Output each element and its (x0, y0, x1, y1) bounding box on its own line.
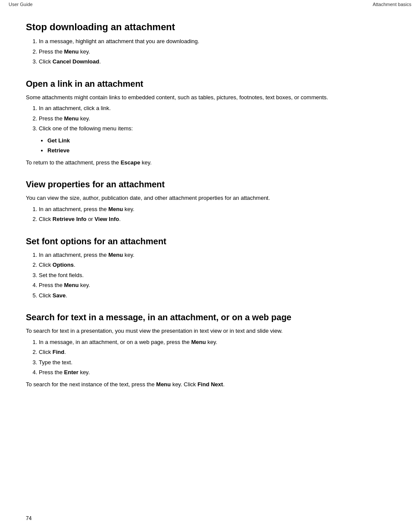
steps-search-text: In a message, in an attachment, or on a … (39, 338, 394, 377)
bold-text: Find (53, 349, 64, 355)
outro-search-text: To search for the next instance of the t… (26, 380, 394, 389)
bold-text: Menu (191, 339, 206, 345)
bold-text: Cancel Download (53, 58, 99, 65)
list-item: In an attachment, press the Menu key. (39, 205, 394, 214)
footer: 74 (26, 515, 31, 521)
section-search-text: Search for text in a message, in an atta… (26, 312, 394, 388)
header-bar: User Guide Attachment basics (0, 0, 420, 9)
bold-text: Find Next (197, 381, 223, 388)
bold-text: Menu (108, 252, 123, 258)
list-item: Get Link (47, 136, 394, 145)
section-stop-downloading: Stop downloading an attachment In a mess… (26, 22, 394, 66)
page-number: 74 (26, 515, 31, 521)
list-item: Set the font fields. (39, 271, 394, 280)
bold-text: Menu (64, 115, 79, 122)
list-item: Press the Menu key. (39, 281, 394, 290)
header-right: Attachment basics (373, 2, 411, 7)
bold-text: Enter (64, 369, 78, 375)
steps-set-font: In an attachment, press the Menu key. Cl… (39, 251, 394, 300)
heading-view-properties: View properties for an attachment (26, 180, 394, 189)
bold-text: Retrieve Info (53, 216, 87, 222)
list-item: Click Save. (39, 291, 394, 300)
intro-open-link: Some attachments might contain links to … (26, 93, 394, 102)
list-item: Click Options. (39, 261, 394, 269)
bold-text: Menu (108, 206, 123, 212)
heading-stop-downloading: Stop downloading an attachment (26, 22, 394, 33)
list-item: In a message, highlight an attachment th… (39, 37, 394, 46)
list-item: Retrieve (47, 146, 394, 155)
heading-search-text: Search for text in a message, in an atta… (26, 312, 394, 322)
intro-search-text: To search for text in a presentation, yo… (26, 327, 394, 335)
list-item: Press the Enter key. (39, 368, 394, 377)
list-item: Press the Menu key. (39, 114, 394, 123)
section-open-link: Open a link in an attachment Some attach… (26, 79, 394, 167)
bold-text: Menu (156, 381, 171, 388)
bold-text: Menu (64, 48, 79, 55)
steps-stop-downloading: In a message, highlight an attachment th… (39, 37, 394, 66)
outro-open-link: To return to the attachment, press the E… (26, 158, 394, 167)
bullets-open-link: Get Link Retrieve (47, 136, 394, 155)
heading-set-font: Set font options for an attachment (26, 237, 394, 246)
list-item: Click Cancel Download. (39, 57, 394, 66)
bold-text: Retrieve (47, 147, 69, 154)
steps-open-link: In an attachment, click a link. Press th… (39, 104, 394, 133)
bold-text: Save (53, 292, 66, 299)
heading-open-link: Open a link in an attachment (26, 79, 394, 89)
list-item: Type the text. (39, 358, 394, 367)
list-item: In an attachment, click a link. (39, 104, 394, 113)
list-item: Click Find. (39, 348, 394, 356)
bold-text: View Info (94, 216, 119, 222)
list-item: Click Retrieve Info or View Info. (39, 215, 394, 224)
header-left: User Guide (9, 2, 33, 7)
main-content: Stop downloading an attachment In a mess… (0, 9, 420, 427)
steps-view-properties: In an attachment, press the Menu key. Cl… (39, 205, 394, 224)
list-item: Click one of the following menu items: (39, 124, 394, 133)
list-item: Press the Menu key. (39, 47, 394, 56)
bold-text: Menu (64, 282, 79, 288)
section-view-properties: View properties for an attachment You ca… (26, 180, 394, 224)
bold-text: Options (53, 262, 74, 268)
section-set-font: Set font options for an attachment In an… (26, 237, 394, 300)
bold-text: Get Link (47, 137, 70, 144)
bold-text: Escape (121, 159, 141, 166)
list-item: In an attachment, press the Menu key. (39, 251, 394, 259)
intro-view-properties: You can view the size, author, publicati… (26, 194, 394, 202)
list-item: In a message, in an attachment, or on a … (39, 338, 394, 347)
